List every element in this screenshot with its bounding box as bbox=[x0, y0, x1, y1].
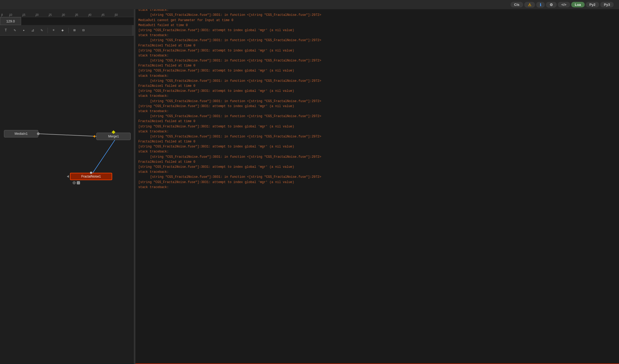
console-line-24: FractalNoise1 failed at time 0 bbox=[138, 119, 616, 124]
svg-line-1 bbox=[91, 140, 115, 175]
panel-separator[interactable] bbox=[134, 9, 135, 364]
ruler-mark-25: 25 bbox=[49, 13, 52, 16]
py3-tab[interactable]: Py3 bbox=[600, 2, 614, 7]
particles-tool[interactable]: ✦ bbox=[20, 27, 27, 34]
error-console[interactable]: [string "CGS_FractalNoise.fuse"]:3031: a… bbox=[135, 0, 619, 364]
fractal-label: FractalNoise1 bbox=[81, 175, 101, 178]
ruler-mark-45: 45 bbox=[102, 13, 105, 16]
node-connections-svg bbox=[0, 36, 135, 364]
node-mediain[interactable]: MediaIn1 bbox=[4, 130, 38, 137]
console-line-6: [string "CGS_FractalNoise.fuse"]:3031: a… bbox=[138, 28, 616, 33]
warning-button[interactable]: ⚠ bbox=[524, 2, 535, 8]
console-line-33: [string "CGS_FractalNoise.fuse"]:3031: a… bbox=[138, 165, 616, 170]
ruler-mark-15: 15 bbox=[22, 13, 25, 16]
console-line-25: [string "CGS_FractalNoise.fuse"]:3031: a… bbox=[138, 124, 616, 129]
console-line-30: stack traceback: bbox=[138, 149, 616, 154]
gear-button[interactable]: ⚙ bbox=[546, 2, 557, 8]
ruler-mark-10: 10 bbox=[9, 13, 12, 16]
console-line-13: FractalNoise1 failed at time 0 bbox=[138, 63, 616, 68]
ruler-mark-20: 20 bbox=[36, 13, 39, 16]
ruler-mark-35: 35 bbox=[75, 13, 78, 16]
fractal-left-arrow bbox=[67, 175, 69, 178]
transform-tool[interactable]: ⊞ bbox=[71, 27, 78, 34]
console-line-22: stack traceback: bbox=[138, 109, 616, 114]
console-line-35: [string "CGS_FractalNoise.fuse"]:3031: i… bbox=[138, 175, 616, 180]
fractal-bottom-toggles bbox=[73, 181, 80, 184]
console-line-29: [string "CGS_FractalNoise.fuse"]:3031: a… bbox=[138, 144, 616, 149]
console-line-5: MediaOut1 failed at time 0 bbox=[138, 23, 616, 28]
tool-separator-1 bbox=[48, 28, 48, 33]
warp-tool[interactable]: ⊿ bbox=[29, 27, 36, 34]
merge-left-connector bbox=[93, 135, 95, 138]
merge-label: Merge1 bbox=[108, 135, 119, 138]
frame-display[interactable]: 129.0 bbox=[0, 17, 21, 25]
color-tool[interactable]: ☀ bbox=[50, 27, 57, 34]
node-canvas[interactable]: MediaIn1 Merge1 FractalNoise1 bbox=[0, 36, 135, 364]
info-button[interactable]: ℹ bbox=[536, 2, 545, 8]
console-line-34: stack traceback: bbox=[138, 170, 616, 175]
cls-button[interactable]: Cls bbox=[511, 2, 523, 7]
py2-tab[interactable]: Py2 bbox=[586, 2, 599, 7]
console-line-19: stack traceback: bbox=[138, 94, 616, 99]
timeline-ruler[interactable]: 8 10 15 20 25 30 35 40 45 50 bbox=[0, 9, 135, 17]
merge-top-connector[interactable] bbox=[112, 130, 115, 134]
console-line-17: FractalNoise1 failed at time 0 bbox=[138, 84, 616, 89]
console-line-27: [string "CGS_FractalNoise.fuse"]:3031: i… bbox=[138, 134, 616, 139]
console-line-8: [string "CGS_FractalNoise.fuse"]:3031: i… bbox=[138, 38, 616, 43]
console-line-15: stack traceback: bbox=[138, 74, 616, 79]
console-line-12: [string "CGS_FractalNoise.fuse"]:3031: i… bbox=[138, 58, 616, 63]
tools-row: T ✎ ✦ ⊿ ✎ ☀ ◆ ⊞ ⊟ bbox=[0, 25, 135, 36]
console-line-28: FractalNoise1 failed at time 0 bbox=[138, 139, 616, 144]
console-line-14: [string "CGS_FractalNoise.fuse"]:3031: a… bbox=[138, 68, 616, 73]
console-line-26: stack traceback: bbox=[138, 129, 616, 134]
frame-value: 129.0 bbox=[6, 19, 15, 23]
mediain-label: MediaIn1 bbox=[15, 132, 27, 136]
console-line-11: stack traceback: bbox=[138, 53, 616, 58]
console-line-9: FractalNoise1 failed at time 0 bbox=[138, 43, 616, 48]
copy-tool[interactable]: ⊟ bbox=[80, 27, 87, 34]
console-line-36: [string "CGS_FractalNoise.fuse"]:3031: a… bbox=[138, 180, 616, 185]
ruler-mark-50: 50 bbox=[115, 13, 118, 16]
console-line-21: [string "CGS_FractalNoise.fuse"]:3031: a… bbox=[138, 104, 616, 109]
console-line-18: [string "CGS_FractalNoise.fuse"]:3031: a… bbox=[138, 89, 616, 94]
mask-tool[interactable]: ✎ bbox=[38, 27, 45, 34]
fractal-top-connector[interactable] bbox=[90, 172, 92, 174]
node-merge[interactable]: Merge1 bbox=[96, 133, 131, 140]
console-line-3: [string "CGS_FractalNoise.fuse"]:3031: i… bbox=[138, 13, 616, 18]
paint-tool[interactable]: ◆ bbox=[59, 27, 66, 34]
console-line-31: [string "CGS_FractalNoise.fuse"]:3031: i… bbox=[138, 155, 616, 160]
svg-line-0 bbox=[38, 134, 98, 136]
fractal-toggle-1[interactable] bbox=[73, 181, 76, 184]
console-line-10: [string "CGS_FractalNoise.fuse"]:3031: a… bbox=[138, 48, 616, 53]
console-line-4: MediaOut1 cannot get Parameter for Input… bbox=[138, 18, 616, 23]
code-button[interactable]: </> bbox=[558, 2, 570, 7]
ruler-mark-30: 30 bbox=[62, 13, 65, 16]
console-line-23: [string "CGS_FractalNoise.fuse"]:3031: i… bbox=[138, 114, 616, 119]
tool-separator-2 bbox=[68, 28, 69, 33]
lua-tab[interactable]: Lua bbox=[571, 2, 585, 7]
console-line-37: stack traceback: bbox=[138, 185, 616, 190]
console-line-32: FractalNoise1 failed at time 0 bbox=[138, 160, 616, 165]
console-line-16: [string "CGS_FractalNoise.fuse"]:3031: i… bbox=[138, 79, 616, 84]
console-line-20: [string "CGS_FractalNoise.fuse"]:3031: i… bbox=[138, 99, 616, 104]
top-toolbar: Cls ⚠ ℹ ⚙ </> Lua Py2 Py3 bbox=[0, 0, 619, 9]
brush-tool[interactable]: ✎ bbox=[11, 27, 18, 34]
console-line-7: stack traceback: bbox=[138, 33, 616, 38]
ruler-mark-40: 40 bbox=[88, 13, 91, 16]
node-fractal[interactable]: FractalNoise1 bbox=[70, 173, 112, 180]
mediain-output-connector[interactable] bbox=[37, 132, 40, 135]
fractal-toggle-2[interactable] bbox=[77, 181, 80, 184]
text-tool[interactable]: T bbox=[2, 27, 10, 34]
